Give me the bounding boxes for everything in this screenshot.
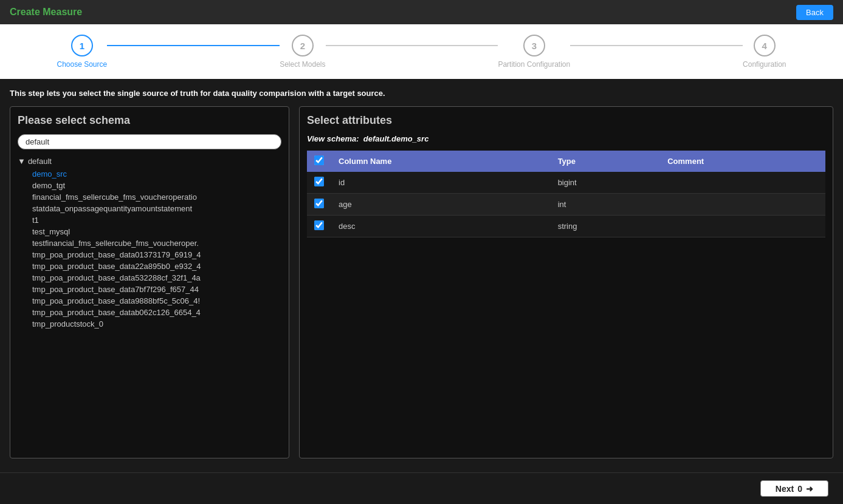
info-text: This step lets you select the single sou… — [10, 89, 833, 98]
row-2-column-name: age — [331, 194, 551, 216]
row-3-type: string — [551, 216, 661, 237]
tree-root: ▼ default demo_src demo_tgt financial_fm… — [18, 155, 281, 331]
table-row: desc string — [307, 216, 825, 237]
tree-child-testfinancial[interactable]: testfinancial_fms_sellercube_fms_voucher… — [32, 237, 281, 249]
step-line-1-2 — [107, 45, 280, 46]
header: Create Measure Back — [0, 0, 843, 24]
row-2-comment — [660, 194, 825, 216]
step-4-label: Configuration — [743, 60, 786, 69]
tree-child-tmp4[interactable]: tmp_poa_product_base_data7bf7f296_f657_4… — [32, 284, 281, 295]
left-panel-title: Please select schema — [18, 114, 281, 127]
tree-child-demo-tgt[interactable]: demo_tgt — [32, 180, 281, 191]
tree-child-financial[interactable]: financial_fms_sellercube_fms_voucheroper… — [32, 191, 281, 203]
schema-search-input[interactable] — [18, 134, 281, 149]
step-3-label: Partition Configuration — [498, 60, 570, 69]
tree-child-tmp-productstock[interactable]: tmp_productstock_0 — [32, 318, 281, 330]
step-2-label: Select Models — [280, 60, 325, 69]
stepper: 1 Choose Source 2 Select Models 3 Partit… — [57, 35, 786, 69]
tree-parent-default[interactable]: ▼ default — [18, 157, 281, 166]
table-header-row: Column Name Type Comment — [307, 151, 825, 172]
table-row: id bigint — [307, 172, 825, 194]
th-column-name: Column Name — [331, 151, 551, 172]
row-3-checkbox-cell — [307, 216, 331, 237]
tree-child-tmp5[interactable]: tmp_poa_product_base_data9888bf5c_5c06_4… — [32, 295, 281, 307]
step-2: 2 Select Models — [280, 35, 325, 69]
panels: Please select schema ▼ default demo_src … — [10, 106, 833, 458]
th-checkbox — [307, 151, 331, 172]
row-2-checkbox-cell — [307, 194, 331, 216]
chevron-down-icon: ▼ — [18, 157, 26, 166]
step-4-circle: 4 — [754, 35, 776, 56]
row-3-column-name: desc — [331, 216, 551, 237]
table-row: age int — [307, 194, 825, 216]
arrow-right-icon: ➜ — [806, 484, 813, 494]
table-body: id bigint age int — [307, 172, 825, 237]
tree-child-tmp6[interactable]: tmp_poa_product_base_datab062c126_6654_4 — [32, 307, 281, 318]
tree-child-tmp2[interactable]: tmp_poa_product_base_data22a895b0_e932_4 — [32, 261, 281, 272]
main-content: This step lets you select the single sou… — [0, 79, 843, 468]
footer: Next 0 ➜ — [0, 472, 843, 504]
step-1-label: Choose Source — [57, 60, 108, 69]
tree-child-demo-src[interactable]: demo_src — [32, 168, 281, 180]
right-panel: Select attributes View schema: default.d… — [299, 106, 833, 458]
next-button[interactable]: Next 0 ➜ — [760, 480, 828, 497]
row-1-type: bigint — [551, 172, 661, 194]
view-schema-label: View schema: default.demo_src — [307, 134, 825, 143]
select-all-checkbox[interactable] — [314, 155, 324, 165]
next-button-label: Next — [776, 484, 794, 494]
step-3-circle: 3 — [523, 35, 545, 56]
row-1-checkbox[interactable] — [314, 177, 324, 186]
tree-child-tmp3[interactable]: tmp_poa_product_base_data532288cf_32f1_4… — [32, 272, 281, 284]
step-line-2-3 — [326, 45, 498, 46]
row-3-comment — [660, 216, 825, 237]
attributes-table: Column Name Type Comment id bigint — [307, 151, 825, 237]
view-schema-value: default.demo_src — [363, 134, 429, 143]
step-1-circle: 1 — [71, 35, 93, 56]
step-4: 4 Configuration — [743, 35, 786, 69]
row-1-comment — [660, 172, 825, 194]
right-panel-title: Select attributes — [307, 114, 825, 127]
step-1: 1 Choose Source — [57, 35, 108, 69]
tree-children: demo_src demo_tgt financial_fms_sellercu… — [18, 168, 281, 330]
row-3-checkbox[interactable] — [314, 220, 324, 230]
step-3: 3 Partition Configuration — [498, 35, 570, 69]
tree-child-tmp1[interactable]: tmp_poa_product_base_data01373179_6919_4 — [32, 249, 281, 261]
tree-child-test-mysql[interactable]: test_mysql — [32, 226, 281, 237]
next-button-count: 0 — [797, 484, 802, 494]
row-1-checkbox-cell — [307, 172, 331, 194]
left-panel: Please select schema ▼ default demo_src … — [10, 106, 289, 458]
stepper-container: 1 Choose Source 2 Select Models 3 Partit… — [0, 24, 843, 79]
tree-parent-label: default — [28, 157, 52, 166]
th-type: Type — [551, 151, 661, 172]
tree-child-t1[interactable]: t1 — [32, 214, 281, 226]
page-title: Create Measure — [10, 7, 82, 18]
row-1-column-name: id — [331, 172, 551, 194]
tree-child-statdata[interactable]: statdata_onpassagequantityamountstatemen… — [32, 203, 281, 214]
step-line-3-4 — [570, 45, 743, 46]
row-2-checkbox[interactable] — [314, 199, 324, 208]
step-2-circle: 2 — [292, 35, 314, 56]
row-2-type: int — [551, 194, 661, 216]
back-button[interactable]: Back — [796, 5, 833, 20]
th-comment: Comment — [660, 151, 825, 172]
